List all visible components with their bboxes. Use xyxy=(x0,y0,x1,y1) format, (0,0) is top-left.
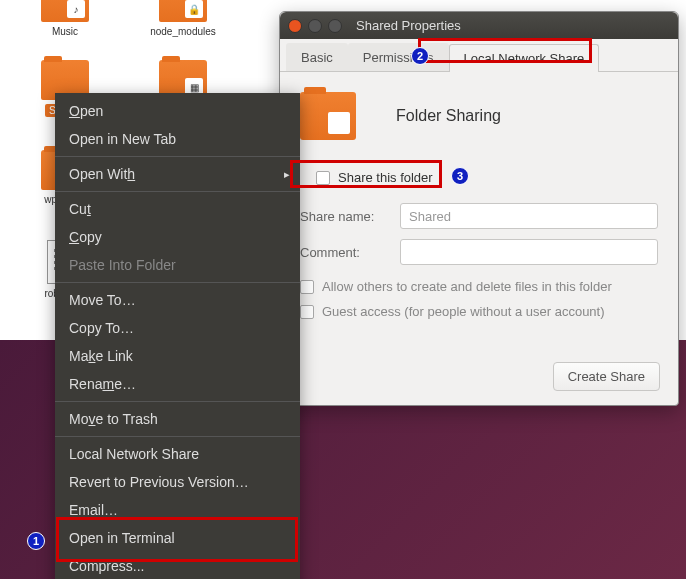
context-menu: Open Open in New Tab Open With▸ Cut Copy… xyxy=(55,93,300,579)
comment-label: Comment: xyxy=(300,245,400,260)
create-share-button[interactable]: Create Share xyxy=(553,362,660,391)
maximize-icon[interactable] xyxy=(328,19,342,33)
tab-body: Folder Sharing Share this folder Share n… xyxy=(280,72,678,349)
comment-input[interactable] xyxy=(400,239,658,265)
chevron-right-icon: ▸ xyxy=(284,168,290,181)
menu-email[interactable]: Email… xyxy=(55,496,300,524)
annotation-badge-2: 2 xyxy=(411,47,429,65)
folder-label: node_modules xyxy=(150,26,216,37)
dialog-titlebar[interactable]: Shared Properties xyxy=(280,12,678,39)
menu-open-terminal[interactable]: Open in Terminal xyxy=(55,524,300,552)
menu-local-network-share[interactable]: Local Network Share xyxy=(55,440,300,468)
properties-dialog: Shared Properties Basic Permissions Loca… xyxy=(279,11,679,406)
menu-compress[interactable]: Compress... xyxy=(55,552,300,579)
menu-move-to[interactable]: Move To… xyxy=(55,286,300,314)
menu-copy-to[interactable]: Copy To… xyxy=(55,314,300,342)
guest-access-label: Guest access (for people without a user … xyxy=(322,304,605,319)
share-name-label: Share name: xyxy=(300,209,400,224)
menu-open-new-tab[interactable]: Open in New Tab xyxy=(55,125,300,153)
share-name-input[interactable] xyxy=(400,203,658,229)
menu-move-to-trash[interactable]: Move to Trash xyxy=(55,405,300,433)
allow-others-checkbox[interactable] xyxy=(300,280,314,294)
share-this-folder-checkbox[interactable] xyxy=(316,171,330,185)
tab-local-network-share[interactable]: Local Network Share xyxy=(449,44,600,72)
menu-open[interactable]: Open xyxy=(55,97,300,125)
allow-others-label: Allow others to create and delete files … xyxy=(322,279,612,294)
tab-permissions[interactable]: Permissions xyxy=(348,43,449,71)
menu-paste-into: Paste Into Folder xyxy=(55,251,300,279)
menu-cut[interactable]: Cut xyxy=(55,195,300,223)
share-folder-icon xyxy=(300,92,356,140)
folder-sharing-heading: Folder Sharing xyxy=(396,107,501,125)
close-icon[interactable] xyxy=(288,19,302,33)
dialog-title: Shared Properties xyxy=(356,18,461,33)
annotation-badge-3: 3 xyxy=(451,167,469,185)
menu-copy[interactable]: Copy xyxy=(55,223,300,251)
tab-basic[interactable]: Basic xyxy=(286,43,348,71)
dialog-tabs: Basic Permissions Local Network Share xyxy=(280,39,678,72)
guest-access-checkbox[interactable] xyxy=(300,305,314,319)
annotation-badge-1: 1 xyxy=(27,532,45,550)
menu-make-link[interactable]: Make Link xyxy=(55,342,300,370)
folder-label: Music xyxy=(52,26,78,37)
folder-node-modules[interactable]: 🔒 node_modules xyxy=(128,0,238,37)
menu-open-with[interactable]: Open With▸ xyxy=(55,160,300,188)
minimize-icon[interactable] xyxy=(308,19,322,33)
menu-revert[interactable]: Revert to Previous Version… xyxy=(55,468,300,496)
share-this-folder-label: Share this folder xyxy=(338,170,433,185)
menu-rename[interactable]: Rename… xyxy=(55,370,300,398)
folder-music[interactable]: ♪ Music xyxy=(10,0,120,37)
